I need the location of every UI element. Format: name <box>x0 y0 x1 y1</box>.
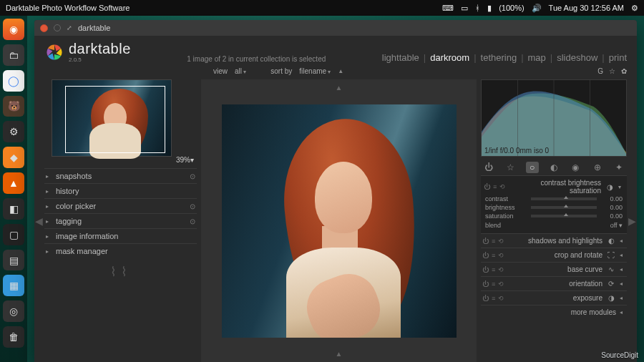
launcher-app2[interactable]: ◆ <box>3 147 24 168</box>
group-tone-icon[interactable]: ◐ <box>547 162 560 173</box>
chevron-left-icon: ◂ <box>620 252 625 258</box>
power-icon[interactable]: ⏻ <box>482 252 489 259</box>
collapse-right-icon[interactable]: ▶ <box>628 215 637 227</box>
launcher-files[interactable]: 🗀 <box>3 44 24 66</box>
power-icon[interactable]: ⏻ <box>482 280 489 288</box>
minimize-icon[interactable] <box>54 24 61 31</box>
keyboard-icon[interactable]: ⌨ <box>442 4 454 13</box>
tab-slideshow[interactable]: slideshow <box>557 52 597 63</box>
launcher-vlc[interactable]: ▲ <box>3 172 24 194</box>
module-shadows-highlights[interactable]: ⏻≡⟲ shadows and highlights ◐ ◂ <box>481 233 627 248</box>
power-icon[interactable]: ⏻ <box>482 266 489 273</box>
blend-mode-select[interactable]: blend off ▾ <box>484 220 624 229</box>
reset-icon[interactable]: ⊙ <box>190 202 195 210</box>
launcher-app6[interactable]: ◎ <box>3 300 24 322</box>
tab-lighttable[interactable]: lighttable <box>382 52 419 63</box>
edited-photo[interactable] <box>222 104 457 338</box>
multi-instance-icon[interactable]: ≡ <box>492 280 495 288</box>
session-icon[interactable]: ⚙ <box>631 4 638 13</box>
group-star-icon[interactable]: ☆ <box>504 162 517 173</box>
module-label: color picker <box>56 202 96 210</box>
tab-tethering[interactable]: tethering <box>481 52 517 63</box>
module-color-picker[interactable]: ▸ color picker ⊙ <box>44 198 197 213</box>
module-image-info[interactable]: ▸ image information <box>44 228 197 243</box>
collapse-top-icon[interactable]: ▲ <box>334 82 344 93</box>
star-icon[interactable]: ☆ <box>609 67 615 75</box>
left-panel: 39%▾ ▸ snapshots ⊙ ▸ history ▸ color pic… <box>34 79 201 362</box>
power-icon[interactable]: ⏻ <box>484 183 490 190</box>
bluetooth-icon[interactable]: ᚼ <box>475 4 480 12</box>
group-power-icon[interactable]: ⏻ <box>482 162 495 173</box>
multi-instance-icon[interactable]: ≡ <box>492 238 495 245</box>
more-modules-button[interactable]: more modules ◂ <box>481 305 627 319</box>
module-crop-rotate[interactable]: ⏻≡⟲ crop and rotate ⛶ ◂ <box>481 248 627 262</box>
collapse-left-icon[interactable]: ◀ <box>34 215 44 227</box>
launcher-app3[interactable]: ◧ <box>3 198 24 220</box>
launcher-settings[interactable]: ⚙ <box>3 121 24 142</box>
reset-icon[interactable]: ⟲ <box>498 266 504 273</box>
reset-icon[interactable]: ⟲ <box>499 183 505 190</box>
launcher-app5[interactable]: ▦ <box>3 275 24 296</box>
group-toggle[interactable]: G <box>597 67 603 75</box>
filter-sort-select[interactable]: filename <box>299 67 331 75</box>
module-history[interactable]: ▸ history <box>44 183 197 198</box>
module-mask-manager[interactable]: ▸ mask manager <box>44 243 197 258</box>
aperture-icon <box>44 42 64 62</box>
tab-darkroom[interactable]: darkroom <box>430 52 469 63</box>
tab-map[interactable]: map <box>528 52 546 63</box>
zoom-percent[interactable]: 39%▾ <box>176 156 194 164</box>
group-basic-icon[interactable]: ○ <box>526 162 539 173</box>
module-snapshots[interactable]: ▸ snapshots ⊙ <box>44 168 197 183</box>
launcher-terminal[interactable]: ▢ <box>3 224 24 245</box>
group-correct-icon[interactable]: ⊕ <box>591 162 604 173</box>
reset-icon[interactable]: ⊙ <box>190 172 195 180</box>
launcher-app1[interactable]: 🐻 <box>3 96 24 117</box>
app-header: darktable 2.0.5 1 image of 2 in current … <box>34 36 637 66</box>
histogram[interactable]: 1/inf f/0.0 0mm iso 0 <box>481 79 627 157</box>
reset-icon[interactable]: ⟲ <box>498 238 504 245</box>
reset-icon[interactable]: ⟲ <box>498 295 504 302</box>
power-icon[interactable]: ⏻ <box>482 238 489 245</box>
slider-contrast[interactable]: contrast 0.00 <box>484 195 624 203</box>
filter-view-select[interactable]: all <box>235 67 246 75</box>
app-logo: darktable 2.0.5 <box>44 41 131 63</box>
module-exposure[interactable]: ⏻≡⟲ exposure ◑ ◂ <box>481 290 627 305</box>
sort-direction-icon[interactable]: ▲ <box>338 68 343 74</box>
navigation-thumbnail[interactable]: 39%▾ <box>44 79 197 165</box>
launcher-chrome[interactable]: ◯ <box>3 70 24 92</box>
module-contrast-brightness-saturation[interactable]: ⏻≡⟲ contrast brightness saturation ◑ ▾ c… <box>481 175 627 233</box>
preset-icon[interactable]: ◑ <box>605 183 615 191</box>
module-orientation[interactable]: ⏻≡⟲ orientation ⟳ ◂ <box>481 276 627 290</box>
power-icon[interactable]: ⏻ <box>482 295 489 302</box>
reset-icon[interactable]: ⊙ <box>190 217 195 225</box>
reset-icon[interactable]: ⟲ <box>498 252 504 259</box>
close-icon[interactable] <box>40 24 48 32</box>
battery-pct: (100%) <box>499 4 524 12</box>
launcher-trash[interactable]: 🗑 <box>3 326 24 348</box>
chevron-right-icon: ▸ <box>46 233 52 240</box>
histogram-meta: 1/inf f/0.0 0mm iso 0 <box>484 147 623 155</box>
battery-icon[interactable]: ▮ <box>487 4 492 13</box>
slider-brightness[interactable]: brightness 0.00 <box>484 203 624 212</box>
module-base-curve[interactable]: ⏻≡⟲ base curve ∿ ◂ <box>481 262 627 276</box>
view-tabs: lighttable| darkroom| tethering| map| sl… <box>382 52 627 63</box>
slider-saturation[interactable]: saturation 0.00 <box>484 212 624 220</box>
collapse-bottom-icon[interactable]: ▲ <box>334 348 344 359</box>
maximize-icon[interactable]: ⤢ <box>67 24 72 31</box>
gear-icon[interactable]: ✿ <box>621 67 627 75</box>
volume-icon[interactable]: 🔊 <box>532 4 542 13</box>
multi-instance-icon[interactable]: ≡ <box>492 266 495 273</box>
tab-print[interactable]: print <box>609 52 627 63</box>
launcher-dash[interactable]: ◉ <box>3 19 24 40</box>
launcher-app4[interactable]: ▤ <box>3 250 24 271</box>
multi-instance-icon[interactable]: ≡ <box>492 252 495 259</box>
multi-instance-icon[interactable]: ≡ <box>492 295 495 302</box>
group-color-icon[interactable]: ◉ <box>569 162 582 173</box>
screen-icon[interactable]: ▭ <box>461 4 468 13</box>
group-effect-icon[interactable]: ✦ <box>613 162 625 173</box>
module-tagging[interactable]: ▸ tagging ⊙ <box>44 213 197 228</box>
clock[interactable]: Tue Aug 30 12:56 AM <box>549 4 624 12</box>
multi-instance-icon[interactable]: ≡ <box>493 183 497 190</box>
unity-launcher: ◉ 🗀 ◯ 🐻 ⚙ ◆ ▲ ◧ ▢ ▤ ▦ ◎ 🗑 <box>0 16 27 362</box>
reset-icon[interactable]: ⟲ <box>498 280 504 288</box>
